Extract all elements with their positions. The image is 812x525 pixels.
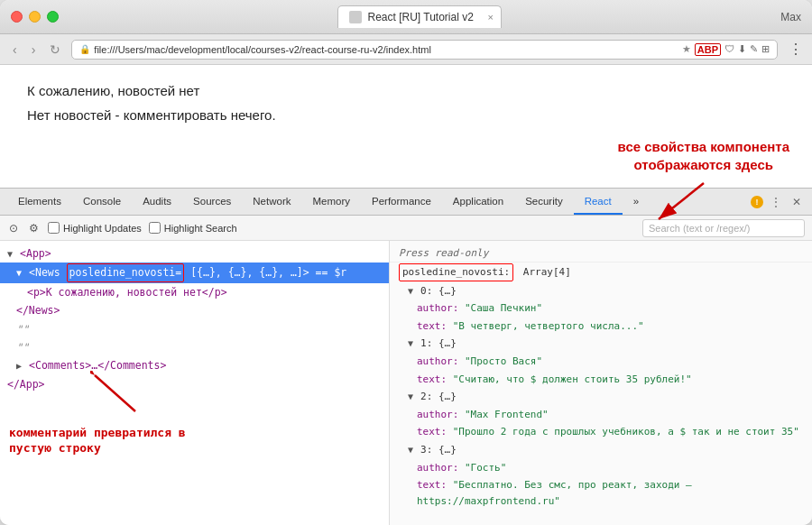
annotation-arrow-bottom	[90, 371, 144, 416]
tab-application[interactable]: Application	[442, 189, 514, 215]
prop-item-1-text: text: "Считаю, что $ должен стоить 35 ру…	[390, 371, 812, 389]
back-button[interactable]: ‹	[9, 41, 21, 59]
tab-audits[interactable]: Audits	[132, 189, 182, 215]
minimize-button[interactable]	[29, 11, 41, 23]
tab-close-button[interactable]: ×	[487, 12, 493, 23]
tab-application-label: Application	[453, 196, 503, 207]
highlight-updates-label: Highlight Updates	[63, 223, 142, 234]
highlight-search-input[interactable]	[149, 222, 161, 234]
component-tree: ▼ <App> ▼ <News posledine_novosti= [{…},…	[0, 241, 390, 525]
tab-elements[interactable]: Elements	[7, 189, 72, 215]
tree-row-empty-1[interactable]: ""	[0, 320, 389, 338]
url-text: file:///Users/mac/development/local/cour…	[94, 44, 431, 55]
tab-performance[interactable]: Performance	[361, 189, 442, 215]
highlight-updates-input[interactable]	[48, 222, 60, 234]
prop-item-2-header: ▼ 2: {…}	[390, 388, 812, 406]
annotation-bottom: комментарий превратился в пустую строку	[9, 426, 226, 456]
devtools-panel: Elements Console Audits Sources Network …	[0, 188, 812, 525]
prop-item-1-author: author: "Просто Вася"	[390, 353, 812, 371]
tree-arrow-news: ▼	[16, 268, 27, 278]
settings-icon[interactable]: ⚙	[27, 220, 41, 236]
tab-memory[interactable]: Memory	[301, 189, 361, 215]
tab-security-label: Security	[525, 196, 563, 207]
props-panel: Press read-only posledine_novosti: Array…	[390, 241, 812, 525]
browser-tab[interactable]: React [RU] Tutorial v2 ×	[337, 5, 501, 28]
highlight-search-label: Highlight Search	[164, 223, 237, 234]
address-bar: ‹ › ↻ 🔒 file:///Users/mac/development/lo…	[0, 34, 812, 65]
page-text-2: Нет новостей - комментировать нечего.	[27, 107, 785, 123]
annotation-arrow-top	[650, 179, 722, 224]
prop-item-0-text: text: "В четверг, четвертого числа..."	[390, 318, 812, 336]
tree-row-app[interactable]: ▼ <App>	[0, 244, 389, 262]
tab-react[interactable]: React	[574, 189, 623, 215]
tree-row-news[interactable]: ▼ <News posledine_novosti= [{…}, {…}, {……	[0, 262, 389, 282]
annotation-top-text: все свойства компонентаотображаются здес…	[618, 139, 789, 172]
svg-line-3	[95, 375, 135, 411]
tab-console-label: Console	[83, 196, 121, 207]
svg-line-1	[659, 183, 704, 219]
page-text-1: К сожалению, новостей нет	[27, 83, 785, 98]
annotation-top: все свойства компонентаотображаются здес…	[618, 138, 789, 173]
devtools-tab-icons: ! ⋮ ✕	[751, 194, 812, 210]
maximize-button[interactable]	[47, 11, 59, 23]
tab-more-label: »	[633, 196, 639, 207]
traffic-lights	[11, 11, 59, 23]
tab-console[interactable]: Console	[72, 189, 132, 215]
tree-row-comments[interactable]: ▶ <Comments>…</Comments>	[0, 356, 389, 374]
title-bar: React [RU] Tutorial v2 × Max	[0, 0, 812, 34]
bottom-annotation-area: комментарий превратился в пустую строку	[0, 393, 389, 465]
inspect-icon[interactable]: ⊙	[7, 220, 20, 236]
url-icons: ★ ABP 🛡 ⬇ ✎ ⊞	[682, 43, 770, 56]
forward-button[interactable]: ›	[28, 41, 40, 59]
tab-more[interactable]: »	[623, 189, 650, 215]
page-section: К сожалению, новостей нет Нет новостей -…	[0, 65, 812, 134]
tab-favicon	[349, 11, 362, 23]
prop-item-3-text: text: "Бесплатно. Без смс, про реакт, за…	[390, 476, 812, 510]
tree-arrow-app: ▼	[7, 249, 18, 259]
prop-item-0-header: ▼ 0: {…}	[390, 282, 812, 300]
news-prop-highlight: posledine_novosti=	[67, 263, 185, 281]
annotation-spacer: все свойства компонентаотображаются здес…	[0, 134, 812, 188]
props-key-highlight: posledine_novosti:	[399, 263, 513, 281]
url-bar[interactable]: 🔒 file:///Users/mac/development/local/co…	[71, 40, 778, 60]
annotation-bottom-text: комментарий превратился в пустую строку	[9, 426, 186, 455]
prop-item-0-author: author: "Саша Печкин"	[390, 299, 812, 318]
tab-react-label: React	[585, 196, 612, 207]
tab-title: React [RU] Tutorial v2	[367, 11, 473, 23]
tab-memory-label: Memory	[312, 196, 350, 207]
reload-button[interactable]: ↻	[46, 41, 64, 59]
tree-row-news-close[interactable]: </News>	[0, 301, 389, 319]
prop-item-2-text: text: "Прошло 2 года с прошлых учебников…	[390, 423, 812, 441]
prop-item-3-author: author: "Гость"	[390, 459, 812, 477]
props-key-value: Array[4]	[523, 266, 571, 278]
tree-row-app-close[interactable]: </App>	[0, 375, 389, 393]
props-header: Press read-only	[390, 244, 812, 262]
prop-item-1-header: ▼ 1: {…}	[390, 335, 812, 353]
warning-badge: !	[751, 196, 763, 208]
prop-key-line: posledine_novosti: Array[4]	[390, 262, 812, 282]
tab-performance-label: Performance	[372, 196, 431, 207]
tree-row-empty-2[interactable]: ""	[0, 338, 389, 356]
tab-sources[interactable]: Sources	[182, 189, 242, 215]
tab-audits-label: Audits	[143, 196, 171, 207]
devtools-settings-button[interactable]: ⋮	[767, 194, 785, 210]
tab-network-label: Network	[253, 196, 291, 207]
tree-row-p[interactable]: <p>К сожалению, новостей нет</p>	[0, 283, 389, 301]
prop-item-2-author: author: "Max Frontend"	[390, 406, 812, 424]
props-key-label: posledine_novosti:	[402, 266, 510, 278]
highlight-updates-checkbox[interactable]: Highlight Updates	[48, 222, 142, 234]
tab-sources-label: Sources	[193, 196, 231, 207]
devtools-body: ▼ <App> ▼ <News posledine_novosti= [{…},…	[0, 241, 812, 525]
tab-area: React [RU] Tutorial v2 ×	[66, 5, 773, 28]
search-placeholder: Search (text or /regex/)	[649, 223, 751, 234]
page-and-devtools: К сожалению, новостей нет Нет новостей -…	[0, 65, 812, 525]
close-button[interactable]	[11, 11, 23, 23]
user-name: Max	[780, 11, 801, 23]
tab-network[interactable]: Network	[242, 189, 301, 215]
tab-security[interactable]: Security	[514, 189, 574, 215]
devtools-close-button[interactable]: ✕	[789, 194, 805, 210]
prop-item-3-header: ▼ 3: {…}	[390, 441, 812, 459]
more-options-button[interactable]: ⋮	[789, 41, 803, 58]
tree-arrow-comments: ▶	[16, 361, 27, 371]
highlight-search-checkbox[interactable]: Highlight Search	[149, 222, 237, 234]
